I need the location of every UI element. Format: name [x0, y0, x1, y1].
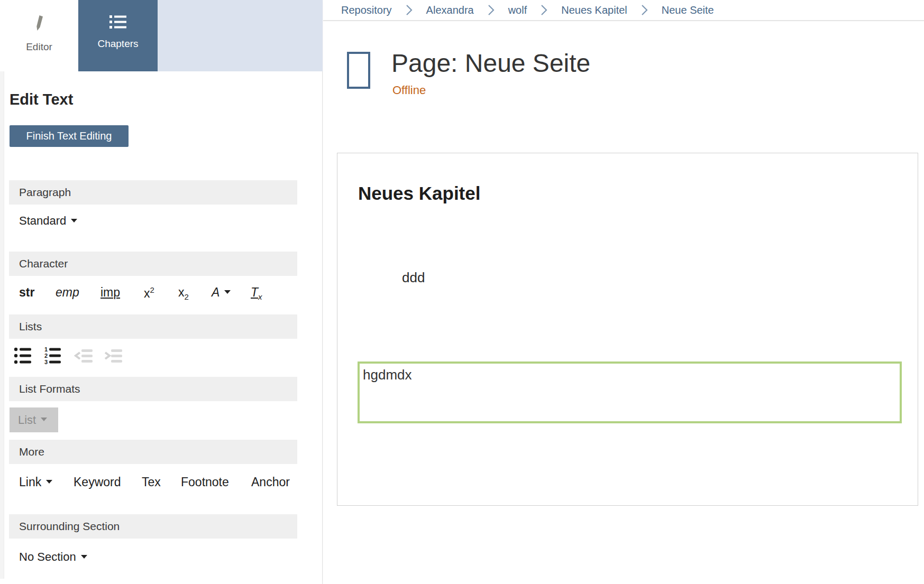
chevron-down-icon [46, 480, 52, 484]
list-format-dropdown[interactable]: List [10, 407, 58, 432]
paragraph-style-dropdown[interactable]: Standard [19, 214, 77, 228]
tab-editor-label: Editor [26, 41, 52, 53]
link-label: Link [19, 475, 41, 489]
chevron-right-icon [541, 4, 547, 16]
superscript-base: x [144, 286, 150, 300]
surrounding-section-dropdown[interactable]: No Section [19, 550, 87, 564]
chapters-list-icon [109, 14, 127, 32]
surrounding-section-value: No Section [19, 550, 76, 563]
strong-button[interactable]: str [19, 285, 34, 300]
text-color-letter: A [212, 285, 219, 299]
tab-editor[interactable]: Editor [0, 0, 78, 71]
sidebar-scrollbar[interactable] [0, 71, 4, 579]
svg-text:1: 1 [44, 346, 48, 353]
section-more-header: More [9, 440, 297, 464]
breadcrumb-repository[interactable]: Repository [341, 4, 392, 16]
chevron-right-icon [406, 4, 413, 16]
finish-text-editing-button[interactable]: Finish Text Editing [10, 125, 129, 147]
section-paragraph-header: Paragraph [9, 180, 297, 205]
format-sidebar: Editor Chapters Edit Text Finish [0, 0, 323, 584]
svg-text:2: 2 [44, 353, 48, 359]
section-character-header: Character [9, 252, 297, 276]
status-badge: Offline [392, 84, 426, 97]
anchor-button[interactable]: Anchor [251, 475, 290, 489]
sidebar-title: Edit Text [10, 91, 73, 108]
svg-text:3: 3 [44, 359, 48, 365]
emphasis-button[interactable]: emp [56, 285, 79, 300]
text-color-dropdown[interactable]: A [212, 285, 231, 300]
section-list-formats-header: List Formats [9, 377, 297, 401]
chevron-down-icon [81, 555, 87, 559]
tab-chapters-label: Chapters [97, 38, 138, 50]
link-dropdown[interactable]: Link [19, 475, 52, 489]
subscript-mark: 2 [185, 292, 189, 301]
active-edit-area[interactable]: hgdmdx [358, 361, 902, 423]
breadcrumb-wolf[interactable]: wolf [508, 4, 527, 16]
clear-format-base: T [251, 285, 258, 299]
page-select-checkbox[interactable] [347, 52, 370, 89]
list-format-value: List [18, 413, 36, 427]
breadcrumb-neue-seite[interactable]: Neue Seite [662, 4, 714, 16]
chevron-right-icon [641, 4, 648, 16]
section-surrounding-header: Surrounding Section [9, 514, 297, 539]
superscript-button[interactable]: x2 [144, 285, 154, 301]
section-lists-header: Lists [9, 314, 297, 339]
chevron-down-icon [41, 418, 47, 421]
paragraph-style-value: Standard [19, 214, 66, 227]
superscript-mark: 2 [150, 285, 154, 294]
indent-icon[interactable] [104, 345, 122, 366]
clear-format-button[interactable]: Tx [251, 285, 262, 301]
chevron-down-icon [71, 219, 77, 223]
subscript-button[interactable]: x2 [178, 285, 189, 301]
subscript-base: x [178, 285, 185, 299]
breadcrumb: Repository Alexandra wolf Neues Kapitel … [323, 0, 924, 21]
main-pane: Repository Alexandra wolf Neues Kapitel … [323, 0, 924, 584]
breadcrumb-neues-kapitel[interactable]: Neues Kapitel [561, 4, 627, 16]
tab-chapters[interactable]: Chapters [78, 0, 158, 71]
chapter-heading: Neues Kapitel [358, 183, 480, 204]
chevron-right-icon [488, 4, 495, 16]
chevron-down-icon [224, 290, 231, 294]
footnote-button[interactable]: Footnote [181, 475, 229, 489]
pencil-icon [32, 14, 46, 35]
page-title: Page: Neue Seite [391, 49, 590, 78]
paragraph-block[interactable]: ddd [402, 270, 425, 286]
important-button[interactable]: imp [100, 285, 120, 300]
sidebar-tabstrip: Editor Chapters [0, 0, 323, 71]
keyword-button[interactable]: Keyword [74, 475, 121, 489]
page-content-box: Neues Kapitel ddd hgdmdx [337, 153, 918, 506]
clear-format-mark: x [258, 292, 262, 301]
outdent-icon[interactable] [74, 345, 92, 366]
breadcrumb-alexandra[interactable]: Alexandra [426, 4, 474, 16]
page-editor-app: Editor Chapters Edit Text Finish [0, 0, 924, 584]
tex-button[interactable]: Tex [142, 475, 161, 489]
numbered-list-icon[interactable]: 1 2 3 [43, 345, 61, 366]
bullet-list-icon[interactable] [14, 345, 32, 366]
